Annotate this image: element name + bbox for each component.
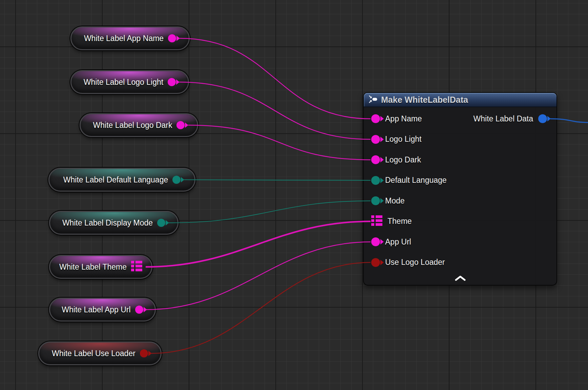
pin-row: App Url <box>364 232 556 252</box>
input-pin-mode[interactable] <box>371 196 380 205</box>
variable-node-label: White Label Theme <box>59 262 127 272</box>
output-pin[interactable] <box>168 78 176 86</box>
pin-label: White Label Data <box>474 114 533 123</box>
node-header[interactable]: Make WhiteLabelData <box>364 93 556 107</box>
blueprint-canvas[interactable]: White Label App Name White Label Logo Li… <box>0 0 588 390</box>
input-pin-logo-light[interactable] <box>371 135 380 144</box>
pin-label: Logo Light <box>385 135 421 144</box>
struct-pin-icon[interactable] <box>371 215 382 227</box>
variable-node-white-label-app-url[interactable]: White Label App Url <box>49 298 156 321</box>
pin-row: Default Language <box>364 170 556 191</box>
variable-node-label: White Label Display Mode <box>62 218 153 228</box>
variable-node-white-label-logo-dark[interactable]: White Label Logo Dark <box>80 113 198 137</box>
pin-row: Use Logo Loader <box>364 252 556 273</box>
input-pin-app-name[interactable] <box>371 114 380 123</box>
pin-row: Logo Light <box>364 129 556 150</box>
pin-row: Logo Dark <box>364 150 556 170</box>
input-pin-logo-dark[interactable] <box>371 155 380 164</box>
node-pin-rows: App Name White Label Data Logo Light Log… <box>364 107 556 273</box>
pin-label: App Url <box>385 237 411 247</box>
output-pin[interactable] <box>172 176 181 184</box>
input-pin-use-logo-loader[interactable] <box>371 258 380 267</box>
output-pin[interactable] <box>135 306 143 314</box>
output-pin[interactable] <box>176 121 185 129</box>
pin-label: Mode <box>385 196 405 206</box>
variable-node-label: White Label Use Loader <box>52 349 135 358</box>
variable-node-label: White Label Logo Dark <box>93 121 172 130</box>
output-pin[interactable] <box>157 219 165 227</box>
chevron-up-icon <box>455 275 466 282</box>
variable-node-label: White Label App Url <box>62 305 130 314</box>
pin-label: Use Logo Loader <box>385 258 445 267</box>
node-title: Make WhiteLabelData <box>381 95 468 105</box>
make-whitelabeldata-node[interactable]: Make WhiteLabelData App Name White Label… <box>363 92 557 286</box>
input-pin-default-language[interactable] <box>371 176 380 185</box>
variable-node-white-label-theme[interactable]: White Label Theme <box>49 255 152 279</box>
output-pin[interactable] <box>140 349 148 357</box>
collapse-node-button[interactable] <box>454 275 467 282</box>
pin-label: Theme <box>387 217 412 226</box>
variable-node-label: White Label Logo Light <box>84 78 163 87</box>
pin-row: App Name White Label Data <box>364 109 556 129</box>
variable-node-white-label-default-language[interactable]: White Label Default Language <box>48 168 195 192</box>
input-pin-app-url[interactable] <box>371 237 380 246</box>
variable-node-white-label-logo-light[interactable]: White Label Logo Light <box>70 70 189 94</box>
output-pin-white-label-data[interactable] <box>538 114 547 123</box>
variable-node-label: White Label Default Language <box>63 175 168 184</box>
pin-row: Mode <box>364 191 556 211</box>
variable-node-white-label-display-mode[interactable]: White Label Display Mode <box>49 211 178 235</box>
variable-node-white-label-use-loader[interactable]: White Label Use Loader <box>38 342 162 365</box>
variable-node-white-label-app-name[interactable]: White Label App Name <box>70 26 190 50</box>
pin-row: Theme <box>364 211 556 232</box>
pin-label: Default Language <box>385 176 447 185</box>
pin-label: App Name <box>385 114 422 123</box>
struct-pin-icon[interactable] <box>131 261 142 273</box>
make-struct-icon <box>368 95 377 105</box>
output-pin[interactable] <box>168 34 176 42</box>
variable-node-label: White Label App Name <box>84 34 164 43</box>
pin-label: Logo Dark <box>385 155 421 164</box>
